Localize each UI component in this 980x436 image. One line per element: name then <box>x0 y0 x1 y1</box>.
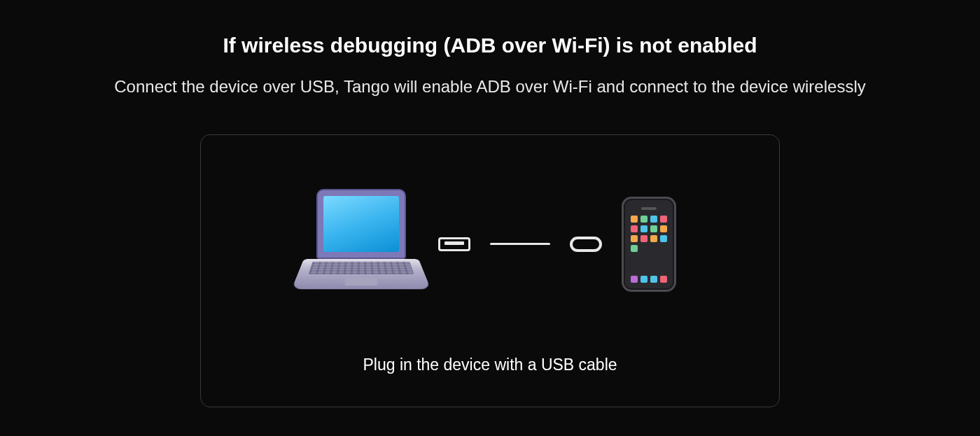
instruction-card: Plug in the device with a USB cable <box>200 134 780 407</box>
page-subheading: Connect the device over USB, Tango will … <box>114 77 865 97</box>
usb-a-connector-icon <box>438 237 470 251</box>
page-heading: If wireless debugging (ADB over Wi-Fi) i… <box>223 34 757 57</box>
phone-icon <box>622 197 676 292</box>
usb-c-connector-icon <box>570 237 602 252</box>
cable-line-icon <box>490 243 550 245</box>
usb-connection-illustration <box>304 189 676 300</box>
laptop-icon <box>304 189 419 300</box>
card-caption: Plug in the device with a USB cable <box>363 356 617 374</box>
